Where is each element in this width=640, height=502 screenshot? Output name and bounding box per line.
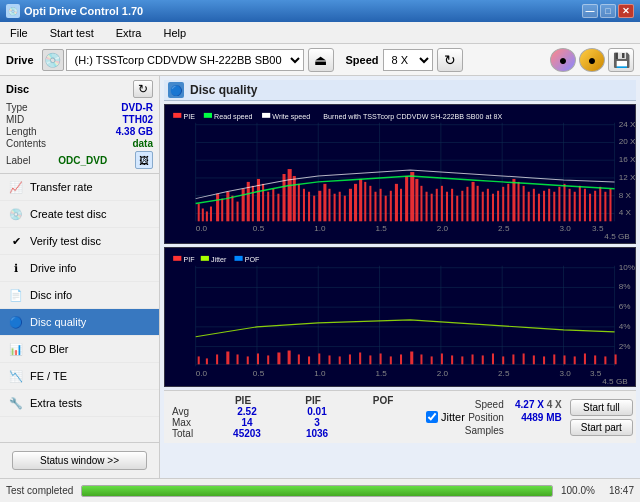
start-part-button[interactable]: Start part [570,419,633,436]
disc-label-icon[interactable]: 🖼 [135,151,153,169]
svg-rect-144 [298,354,300,364]
svg-rect-172 [584,353,586,364]
nav-transfer-rate[interactable]: 📈 Transfer rate [0,174,159,201]
svg-rect-89 [574,192,576,222]
save-button[interactable]: 💾 [608,48,634,72]
menu-help[interactable]: Help [157,25,192,41]
close-button[interactable]: ✕ [618,4,634,18]
svg-rect-37 [308,192,310,222]
svg-rect-137 [226,352,229,365]
svg-text:1.0: 1.0 [314,369,326,378]
svg-rect-175 [615,354,617,364]
jitter-checkbox[interactable] [426,411,438,423]
drive-icon: 💿 [42,49,64,71]
svg-rect-77 [512,179,515,221]
pie-chart-svg: 0.0 0.5 1.0 1.5 2.0 2.5 3.0 3.5 4.5 GB 2… [165,105,635,243]
svg-rect-84 [548,189,550,222]
svg-rect-142 [277,352,280,364]
disc-color-button[interactable]: ● [550,48,576,72]
svg-text:6%: 6% [619,302,631,311]
svg-rect-19 [216,194,219,222]
minimize-button[interactable]: — [582,4,598,18]
svg-rect-62 [436,189,438,222]
svg-rect-174 [604,356,606,364]
svg-rect-95 [604,192,606,222]
svg-rect-156 [420,354,422,364]
svg-rect-60 [426,192,428,222]
fe-te-icon: 📉 [8,368,24,384]
start-full-button[interactable]: Start full [570,399,633,416]
svg-text:8 X: 8 X [619,191,632,200]
svg-text:3.0: 3.0 [559,369,571,378]
app-title: Opti Drive Control 1.70 [24,5,143,17]
svg-rect-190 [173,256,181,261]
pie-header: PIE [208,395,278,406]
svg-rect-31 [277,194,279,222]
nav-disc-quality[interactable]: 🔵 Disc quality [0,309,159,336]
drive-eject-button[interactable]: ⏏ [308,48,334,72]
svg-rect-16 [202,209,204,222]
svg-rect-146 [318,353,320,364]
svg-rect-33 [288,169,292,221]
nav-fe-te[interactable]: 📉 FE / TE [0,363,159,390]
svg-rect-152 [380,353,382,364]
svg-text:2.5: 2.5 [498,369,510,378]
svg-rect-86 [558,187,560,222]
svg-rect-194 [234,256,242,261]
speed-refresh-button[interactable]: ↻ [437,48,463,72]
nav-create-test-disc[interactable]: 💿 Create test disc [0,201,159,228]
disc-contents-label: Contents [6,138,46,149]
svg-rect-154 [400,354,402,364]
disc-length-row: Length 4.38 GB [6,126,153,137]
svg-rect-61 [431,194,433,222]
disc-title: Disc [6,83,29,95]
svg-rect-30 [272,189,274,222]
total-label: Total [172,428,212,439]
nav-drive-info[interactable]: ℹ Drive info [0,255,159,282]
status-window-button[interactable]: Status window >> [12,451,147,470]
statusbar: Test completed 100.0% 18:47 [0,478,640,502]
menu-extra[interactable]: Extra [110,25,148,41]
disc-refresh-button[interactable]: ↻ [133,80,153,98]
svg-rect-49 [369,186,371,221]
svg-rect-24 [242,189,245,222]
disc-gold-button[interactable]: ● [579,48,605,72]
svg-text:4 X: 4 X [619,209,632,218]
titlebar-buttons: — □ ✕ [582,4,634,18]
svg-text:16 X: 16 X [619,155,635,164]
sidebar: Disc ↻ Type DVD-R MID TTH02 Length 4.38 … [0,76,160,478]
menu-file[interactable]: File [4,25,34,41]
svg-rect-41 [328,189,330,222]
svg-rect-81 [533,189,535,222]
svg-rect-59 [420,186,422,221]
maximize-button[interactable]: □ [600,4,616,18]
svg-text:2.0: 2.0 [437,224,449,233]
nav-verify-test-disc-label: Verify test disc [30,235,101,247]
svg-text:4.5 GB: 4.5 GB [604,232,629,241]
speed-select[interactable]: 8 XMax4 X2 X1 X [383,49,433,71]
svg-text:2.0: 2.0 [437,369,449,378]
svg-rect-93 [594,191,596,222]
drive-select[interactable]: (H:) TSSTcorp CDDVDW SH-222BB SB00 [66,49,304,71]
nav-verify-test-disc[interactable]: ✔ Verify test disc [0,228,159,255]
nav-extra-tests[interactable]: 🔧 Extra tests [0,390,159,417]
svg-rect-39 [318,191,321,222]
menu-start-test[interactable]: Start test [44,25,100,41]
right-stats: Speed 4.27 X 4 X Position 4489 MB Sample… [465,399,562,436]
nav-disc-info[interactable]: 📄 Disc info [0,282,159,309]
nav-disc-quality-label: Disc quality [30,316,86,328]
svg-rect-96 [609,189,611,222]
nav-cd-bler[interactable]: 📊 CD Bler [0,336,159,363]
svg-rect-148 [339,356,341,364]
svg-rect-68 [466,187,468,222]
svg-rect-64 [446,192,448,222]
svg-rect-18 [210,207,212,222]
svg-rect-54 [395,184,398,221]
disc-type-row: Type DVD-R [6,102,153,113]
svg-rect-145 [308,356,310,364]
svg-rect-153 [390,356,392,364]
svg-rect-0 [165,105,635,243]
samples-row: Samples [465,425,562,436]
pie-chart: 0.0 0.5 1.0 1.5 2.0 2.5 3.0 3.5 4.5 GB 2… [164,104,636,244]
pif-header: PIF [278,395,348,406]
